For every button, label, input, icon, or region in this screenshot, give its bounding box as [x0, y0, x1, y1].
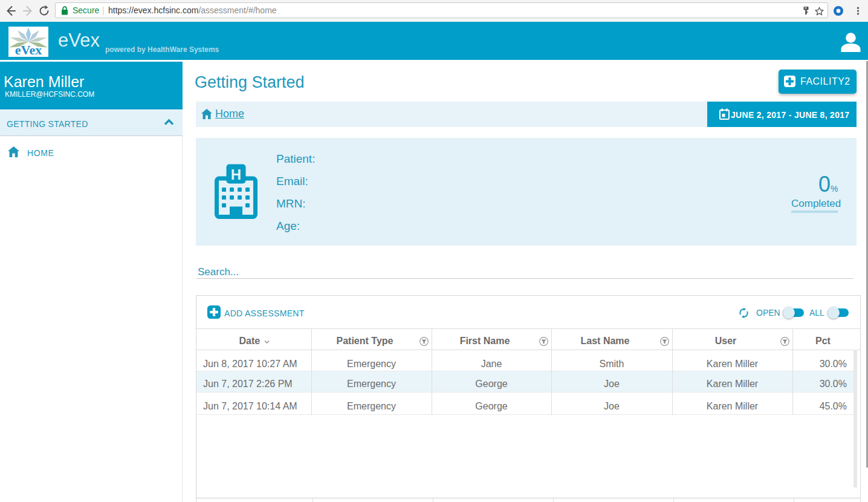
svg-text:eVex: eVex [15, 42, 42, 57]
svg-text:H: H [231, 166, 241, 183]
